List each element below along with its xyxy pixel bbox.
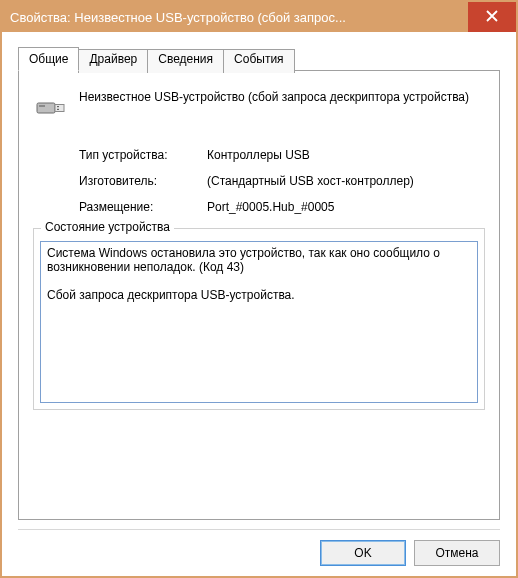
device-type-value: Контроллеры USB <box>207 148 485 162</box>
dialog-body: Общие Драйвер Сведения События Неизвестн… <box>2 32 516 524</box>
svg-rect-1 <box>55 105 64 112</box>
device-type-label: Тип устройства: <box>79 148 207 162</box>
tab-label: Драйвер <box>89 52 137 66</box>
location-value: Port_#0005.Hub_#0005 <box>207 200 485 214</box>
usb-device-icon <box>33 89 69 128</box>
close-button[interactable] <box>468 2 516 32</box>
location-label: Размещение: <box>79 200 207 214</box>
manufacturer-value: (Стандартный USB хост-контроллер) <box>207 174 485 188</box>
device-status-group: Состояние устройства <box>33 228 485 410</box>
device-status-label: Состояние устройства <box>41 220 174 234</box>
tab-label: Сведения <box>158 52 213 66</box>
cancel-button[interactable]: Отмена <box>414 540 500 566</box>
tab-events[interactable]: События <box>223 49 295 73</box>
svg-rect-4 <box>39 105 45 107</box>
tab-label: События <box>234 52 284 66</box>
device-name: Неизвестное USB-устройство (сбой запроса… <box>79 89 469 106</box>
titlebar[interactable]: Свойства: Неизвестное USB-устройство (сб… <box>2 2 516 32</box>
svg-rect-0 <box>37 103 55 113</box>
tab-general[interactable]: Общие <box>18 47 79 71</box>
device-info: Тип устройства: Контроллеры USB Изготови… <box>79 148 485 214</box>
tab-details[interactable]: Сведения <box>147 49 224 73</box>
tabstrip: Общие Драйвер Сведения События <box>18 47 500 71</box>
tab-driver[interactable]: Драйвер <box>78 49 148 73</box>
window-title: Свойства: Неизвестное USB-устройство (сб… <box>2 10 468 25</box>
dialog-footer: OK Отмена <box>320 540 500 566</box>
manufacturer-label: Изготовитель: <box>79 174 207 188</box>
ok-button[interactable]: OK <box>320 540 406 566</box>
svg-rect-2 <box>57 106 59 107</box>
close-icon <box>486 10 498 25</box>
tab-panel-general: Неизвестное USB-устройство (сбой запроса… <box>18 70 500 520</box>
svg-rect-3 <box>57 109 59 110</box>
properties-window: Свойства: Неизвестное USB-устройство (сб… <box>0 0 518 578</box>
footer-divider <box>18 529 500 530</box>
device-status-text[interactable] <box>40 241 478 403</box>
tab-label: Общие <box>29 52 68 66</box>
